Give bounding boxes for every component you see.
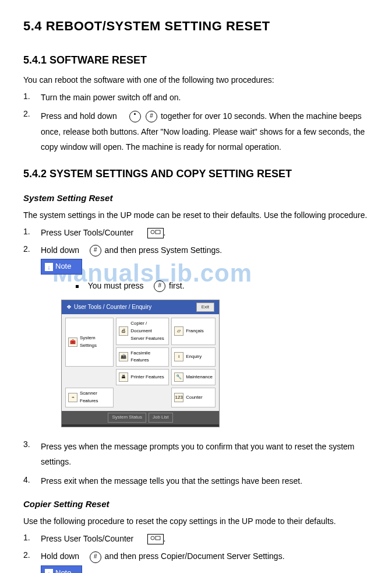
step-number: 2. <box>23 244 41 434</box>
body-text: Use the following procedure to reset the… <box>23 516 369 528</box>
system-reset-heading: System Setting Reset <box>23 192 369 204</box>
note-badge: ↓Note <box>41 565 82 573</box>
printer-icon: 🖶 <box>119 372 128 382</box>
hash-key-icon <box>90 551 101 563</box>
printer-features-button[interactable]: 🖶Printer Features <box>116 369 169 385</box>
sys-step-4: 4. Press exit when the message tells you… <box>23 474 369 487</box>
text-fragment: Press User Tools/Counter <box>41 228 136 237</box>
system-status-tab[interactable]: System Status <box>108 413 146 423</box>
step-text: Press and hold down together for over 10… <box>41 108 369 155</box>
sys-step-2: 2. Hold down and then press System Setti… <box>23 244 369 434</box>
scanner-icon: ⌁ <box>68 393 77 402</box>
svg-rect-3 <box>156 536 160 540</box>
step-text: Press User Tools/Counter . <box>41 226 369 239</box>
step-number: 1. <box>23 91 41 104</box>
device-body: 🧰System Settings 🖨Copier / Document Serv… <box>62 314 219 411</box>
scanner-features-button[interactable]: ⌁Scanner Features <box>65 388 114 407</box>
text-fragment: Press User Tools/Counter <box>41 534 136 543</box>
system-settings-button[interactable]: 🧰System Settings <box>65 318 114 367</box>
text-fragment: and then press System Settings. <box>105 245 223 255</box>
step-text: Press User Tools/Counter . <box>41 532 369 545</box>
svg-rect-1 <box>156 230 160 234</box>
note-subtext: You must press first. <box>76 279 369 292</box>
language-button[interactable]: ▱Français <box>171 318 216 344</box>
device-header: ❖User Tools / Counter / Enquiry Exit <box>62 300 219 315</box>
svg-point-0 <box>151 230 154 234</box>
step-text: Hold down and then press System Settings… <box>41 244 369 434</box>
step-number: 2. <box>23 108 41 155</box>
wrench-icon: 🔧 <box>174 372 183 382</box>
note-badge: ↓Note <box>41 259 82 275</box>
device-footer: System Status Job List <box>62 411 219 424</box>
sys-step-1: 1. Press User Tools/Counter . <box>23 226 369 239</box>
copier-features-button[interactable]: 🖨Copier / Document Server Features <box>116 318 169 344</box>
hash-key-icon <box>90 245 101 256</box>
clear-key-icon <box>129 111 141 122</box>
text-fragment: and then press Copier/Document Server Se… <box>105 551 285 561</box>
cop-step-2: 2. Hold down and then press Copier/Docum… <box>23 550 369 573</box>
text-fragment: . <box>164 228 166 237</box>
body-text: The system settings in the UP mode can b… <box>23 210 369 222</box>
note-label: Note <box>55 262 71 270</box>
counter-button[interactable]: 123Counter <box>171 388 216 407</box>
hash-key-icon <box>146 111 157 122</box>
step-text: Turn the main power switch off and on. <box>41 91 369 104</box>
device-screenshot: ❖User Tools / Counter / Enquiry Exit 🧰Sy… <box>61 300 220 427</box>
user-tools-key-icon <box>147 534 164 544</box>
text-fragment: Hold down <box>41 245 82 255</box>
enquiry-button[interactable]: iEnquiry <box>171 347 216 367</box>
step-text: Press yes when the message prompts you t… <box>41 439 369 470</box>
step-number: 1. <box>23 532 41 545</box>
step-number: 4. <box>23 474 41 487</box>
copier-reset-heading: Copier Setting Reset <box>23 498 369 510</box>
down-arrow-icon: ↓ <box>45 569 53 573</box>
step-number: 3. <box>23 439 41 470</box>
toolbox-icon: 🧰 <box>68 338 77 347</box>
step-text: Press exit when the message tells you th… <box>41 474 369 487</box>
info-icon: i <box>174 352 183 361</box>
device-status-bar <box>62 424 219 427</box>
text-fragment: . <box>164 534 166 543</box>
sys-step-3: 3. Press yes when the message prompts yo… <box>23 439 369 470</box>
fax-features-button[interactable]: 📠Facsimile Features <box>116 347 169 367</box>
device-title: ❖User Tools / Counter / Enquiry <box>66 303 151 312</box>
text-fragment: You must press <box>88 281 146 290</box>
text-fragment: Hold down <box>41 551 82 561</box>
svg-point-2 <box>151 536 154 540</box>
fax-icon: 📠 <box>119 352 128 361</box>
step-number: 2. <box>23 550 41 573</box>
note-label: Note <box>55 568 71 573</box>
step-2: 2. Press and hold down together for over… <box>23 108 369 155</box>
bullet-icon <box>76 285 79 288</box>
cop-step-1: 1. Press User Tools/Counter . <box>23 532 369 545</box>
job-list-tab[interactable]: Job List <box>149 413 173 423</box>
text-fragment: Press and hold down <box>41 111 119 121</box>
step-number: 1. <box>23 226 41 239</box>
step-1: 1. Turn the main power switch off and on… <box>23 91 369 104</box>
intro-text: You can reboot the software with one of … <box>23 75 369 86</box>
user-tools-key-icon <box>147 228 164 238</box>
step-text: Hold down and then press Copier/Document… <box>41 550 369 573</box>
counter-icon: 123 <box>174 393 183 402</box>
section-heading: 5.4 REBOOT/SYSTEM SETTING RESET <box>23 17 369 36</box>
text-fragment: first. <box>169 281 184 290</box>
maintenance-button[interactable]: 🔧Maintenance <box>171 369 216 385</box>
flag-icon: ▱ <box>174 326 183 336</box>
down-arrow-icon: ↓ <box>45 263 53 271</box>
subsection-541: 5.4.1 SOFTWARE RESET <box>23 53 369 68</box>
copier-icon: 🖨 <box>119 326 128 336</box>
diamond-icon: ❖ <box>66 304 72 310</box>
exit-button[interactable]: Exit <box>196 303 214 312</box>
hash-key-icon <box>154 280 165 292</box>
subsection-542: 5.4.2 SYSTEM SETTINGS AND COPY SETTING R… <box>23 167 369 181</box>
